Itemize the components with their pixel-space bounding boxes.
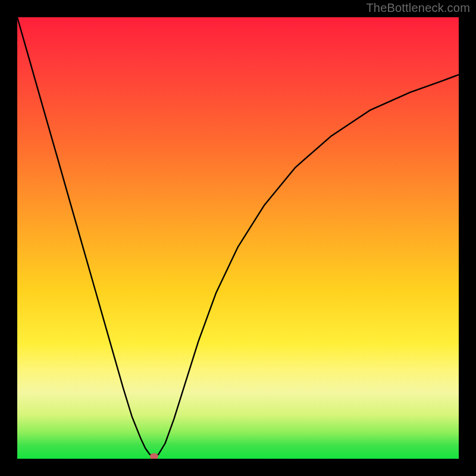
optimal-point-marker xyxy=(150,453,158,459)
chart-frame: TheBottleneck.com xyxy=(0,0,476,476)
watermark-text: TheBottleneck.com xyxy=(366,1,470,15)
plot-area xyxy=(17,17,459,459)
bottleneck-curve xyxy=(17,17,459,459)
